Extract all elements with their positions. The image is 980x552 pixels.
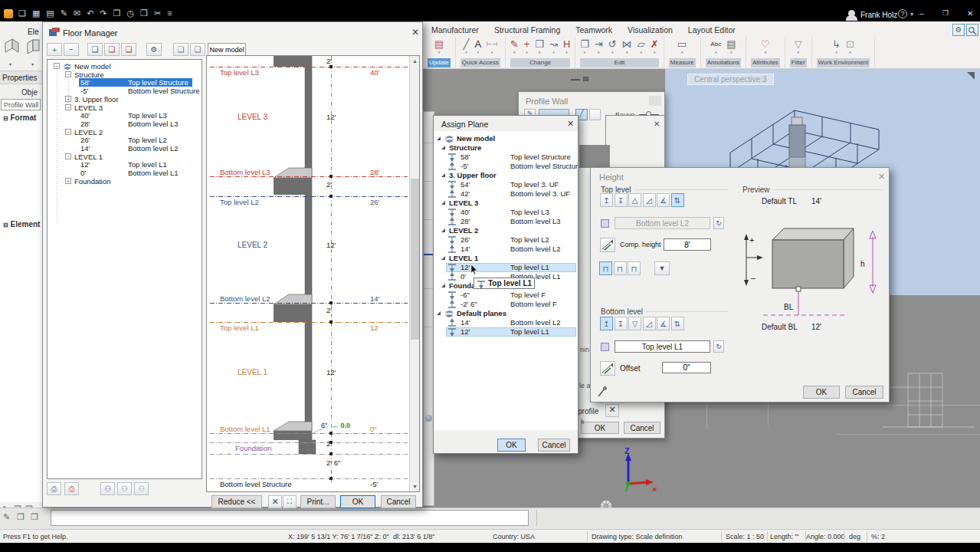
fm-tree-row[interactable]: 14'Bottom level L2 <box>48 144 201 153</box>
work-environment-tool-icon[interactable]: ↳ <box>832 39 841 50</box>
annotations-tool-icon[interactable]: ▤ <box>726 39 736 50</box>
hd-top-check-icon[interactable] <box>601 219 609 228</box>
hd-top-plane-button-5[interactable]: ⇅ <box>671 193 684 207</box>
tool-caret[interactable]: ▾ <box>849 50 851 54</box>
tool-caret[interactable]: ▾ <box>626 50 628 54</box>
search-magnifier-button[interactable] <box>966 24 978 36</box>
quick-access-tool-icon[interactable]: ⊢⊣ <box>487 39 497 50</box>
fm-toolbar-remove-button[interactable]: − <box>64 43 79 56</box>
tool-caret[interactable]: ▾ <box>491 50 493 54</box>
hd-bottom-plane-button-2[interactable]: ▽ <box>628 317 641 330</box>
ribbon-tab-layout-editor[interactable]: Layout Editor <box>688 25 736 34</box>
fm-tree-row[interactable]: +Foundation <box>48 177 201 186</box>
fm-print-icon2[interactable]: ⎙ <box>64 482 79 495</box>
undo-icon[interactable]: ↶ <box>87 8 93 21</box>
fm-tree-row[interactable]: 12'Top level L1 <box>48 160 201 169</box>
tree-expander-icon[interactable] <box>441 256 445 260</box>
work-environment-tool-icon[interactable]: ⊡ <box>846 39 854 50</box>
viewport-corner-marker[interactable] <box>967 72 975 80</box>
expand-icon[interactable]: + <box>65 178 71 184</box>
fm-wrench-button[interactable]: ✕ <box>268 495 282 508</box>
ap-tree-row[interactable]: 28'Bottom level L3 <box>434 217 578 226</box>
change-tool-icon[interactable]: + <box>524 39 530 50</box>
ap-tree-row[interactable]: -2' 6"Bottom level F <box>434 300 578 309</box>
ap-tree-row[interactable]: 12'Top level L1 <box>434 263 578 272</box>
edit-tool-icon[interactable]: ❐ <box>580 39 589 50</box>
hd-fence-button-0[interactable]: ⊓ <box>599 261 612 275</box>
export-icon[interactable]: ❒ <box>140 8 148 21</box>
ap-tree-row[interactable]: New model <box>434 134 578 143</box>
tree-expander-icon[interactable] <box>441 173 445 177</box>
change-tool-icon[interactable]: ✎ <box>510 39 519 50</box>
tool-caret[interactable]: ▾ <box>611 50 614 54</box>
help-caret[interactable]: ▾ <box>910 11 913 18</box>
hd-top-plane-button-4[interactable]: ∡ <box>657 193 670 207</box>
fm-toolbar-folder-new-button[interactable]: ❏ <box>190 43 205 56</box>
tab-elements[interactable]: Ele <box>28 28 38 36</box>
ap-tree-row[interactable]: 26'Top level L2 <box>434 235 578 245</box>
fm-print-button[interactable]: Print... <box>300 495 336 508</box>
hd-bottom-refresh-button[interactable]: ↻ <box>713 340 724 353</box>
ap-tree-row[interactable]: 42'Bottom level 3. UF <box>434 189 578 199</box>
quick-access-tool-icon[interactable]: A <box>474 39 481 50</box>
fm-toolbar-folder-up-button[interactable]: ❏ <box>173 43 188 56</box>
fm-tree[interactable]: −New model−Structure58'Top level Structu… <box>47 59 202 479</box>
tool-caret[interactable]: ▾ <box>598 50 600 54</box>
save-icon[interactable]: ▤ <box>46 8 54 21</box>
dialog-line-input[interactable] <box>51 510 529 526</box>
tool-caret[interactable]: ▾ <box>654 50 656 54</box>
fm-users-icon3[interactable]: ⚇ <box>134 482 149 495</box>
hd-bottom-plane-button-5[interactable]: ⇅ <box>671 317 684 330</box>
tool-caret[interactable]: ▾ <box>565 50 568 54</box>
collapse-icon[interactable]: − <box>65 104 71 110</box>
fm-tree-row[interactable]: −New model <box>48 62 201 71</box>
hd-top-plane-button-3[interactable]: ◿ <box>643 193 656 207</box>
annotations-tool-icon[interactable]: Abc <box>710 39 721 50</box>
hd-fence-button-2[interactable]: ⊓ <box>628 261 641 275</box>
fm-print-icon1[interactable]: ⎙ <box>47 482 61 495</box>
ap-tree-row[interactable]: 54'Top level 3. UF <box>434 180 578 189</box>
tool-caret[interactable]: ▾ <box>681 50 683 54</box>
fm-scrollbar[interactable]: ▲ ▼ <box>409 56 419 491</box>
chat-icon[interactable]: ✉ <box>74 8 80 21</box>
clock-icon[interactable]: ◷ <box>126 8 134 21</box>
section-format[interactable]: ⊟ Format <box>3 113 36 122</box>
pw-wrench-button[interactable]: ✕ <box>605 404 619 417</box>
minimize-button[interactable]: – <box>919 9 924 18</box>
left-bottom-icon-pencil2[interactable]: ✎ <box>3 512 10 522</box>
edit-tool-icon[interactable]: ⇥ <box>595 39 603 50</box>
hd-top-refresh-button[interactable]: ↻ <box>713 217 724 229</box>
tool-caret[interactable]: ▾ <box>584 50 586 54</box>
ap-tree-row[interactable]: LEVEL 2 <box>434 226 578 235</box>
hd-cancel-button[interactable]: Cancel <box>845 386 883 399</box>
hd-comp-height-field[interactable]: 8' <box>664 238 711 251</box>
ap-tree-row[interactable]: 40'Top level L3 <box>434 208 578 217</box>
fm-toolbar-add-button[interactable]: ＋ <box>47 43 62 56</box>
edit-tool-icon[interactable]: ↺ <box>608 39 617 50</box>
change-tool-icon[interactable]: ❒ <box>535 39 544 50</box>
update-tool-icon[interactable]: ▤ <box>434 39 444 50</box>
fm-scroll-thumb[interactable] <box>411 179 419 340</box>
pw-ok-button[interactable]: OK <box>581 422 619 434</box>
fm-tree-row[interactable]: −LEVEL 3 <box>48 104 201 112</box>
fm-tree-row[interactable]: −Structure <box>48 71 201 79</box>
ap-tree-row[interactable]: 14'Bottom level L2 <box>434 318 578 327</box>
collapse-icon[interactable]: − <box>54 63 60 69</box>
hd-top-plane-button-2[interactable]: △ <box>628 193 641 207</box>
tool-caret[interactable]: ▾ <box>513 50 516 54</box>
tool-caret[interactable]: ▾ <box>715 50 717 54</box>
bgdlg2-close-icon[interactable]: ✕ <box>654 120 660 128</box>
hd-offset-field[interactable]: 0" <box>662 362 711 373</box>
wall-caret[interactable]: ▾ <box>31 61 34 67</box>
ap-tree-row[interactable]: 12'Top level L1 <box>434 327 578 337</box>
change-tool-icon[interactable]: ↝ <box>549 39 558 50</box>
fm-tree-row[interactable]: −LEVEL 2 <box>48 128 201 136</box>
tool-caret[interactable]: ▾ <box>526 50 528 54</box>
tab-objects[interactable]: Obje <box>21 88 38 97</box>
ap-ok-button[interactable]: OK <box>497 439 526 452</box>
ap-cancel-button[interactable]: Cancel <box>538 439 570 452</box>
filter-tool-icon[interactable]: ▽ <box>795 39 802 50</box>
pw-cancel-button[interactable]: Cancel <box>624 422 660 434</box>
fm-toolbar-open-delete-button[interactable]: ❏ <box>121 43 136 56</box>
fm-toolbar-settings-button[interactable]: ⚙ <box>146 43 162 56</box>
